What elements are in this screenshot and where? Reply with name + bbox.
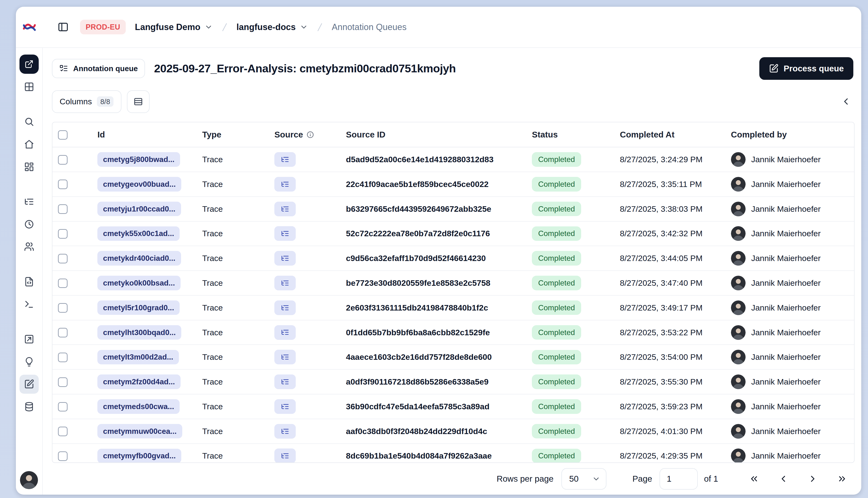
user-avatar[interactable] bbox=[20, 471, 38, 489]
source-info-icon[interactable] bbox=[306, 131, 314, 139]
table-row[interactable]: cmetym2fz00d4ad... Trace a0df3f901167218… bbox=[52, 369, 854, 394]
user-avatar-photo bbox=[731, 226, 746, 241]
file-code-icon bbox=[24, 277, 34, 287]
queue-item-id-badge[interactable]: cmetyju1r00ccad0... bbox=[98, 202, 181, 216]
source-trace-chip[interactable] bbox=[274, 350, 296, 364]
row-checkbox[interactable] bbox=[58, 451, 67, 461]
table-row[interactable]: cmetygeov00buad... Trace 22c41f09acae5b1… bbox=[52, 172, 854, 197]
sidebar-toggle-button[interactable] bbox=[57, 22, 69, 33]
queue-item-id-badge[interactable]: cmetyl5r100grad0... bbox=[98, 300, 180, 315]
row-checkbox[interactable] bbox=[58, 204, 67, 214]
process-queue-button[interactable]: Process queue bbox=[759, 57, 853, 80]
table-row[interactable]: cmetykdr400ciad0... Trace c9d56ca32efaff… bbox=[52, 246, 854, 271]
sidebar-item-annotation[interactable] bbox=[20, 375, 39, 394]
source-id: b63297665cfd4439592649672abb325e bbox=[340, 197, 526, 221]
collapse-panel-button[interactable] bbox=[838, 93, 854, 110]
source-trace-chip[interactable] bbox=[274, 424, 296, 438]
source-trace-chip[interactable] bbox=[274, 325, 296, 340]
organization-switcher[interactable]: Langfuse Demo bbox=[135, 22, 213, 32]
sidebar-item-sessions[interactable] bbox=[20, 215, 39, 234]
first-page-button[interactable] bbox=[744, 469, 764, 489]
previous-page-button[interactable] bbox=[773, 469, 793, 489]
source-trace-chip[interactable] bbox=[274, 226, 296, 241]
source-trace-chip[interactable] bbox=[274, 300, 296, 315]
row-checkbox[interactable] bbox=[58, 427, 67, 436]
table-row[interactable]: cmetymeds00cwa... Trace 36b90cdfc47e5da1… bbox=[52, 394, 854, 419]
table-row[interactable]: cmetymmuw00cea... Trace aaf0c38db0f3f204… bbox=[52, 419, 854, 444]
sidebar-item-datasets[interactable] bbox=[20, 397, 39, 416]
source-trace-chip[interactable] bbox=[274, 202, 296, 216]
environment-badge[interactable]: PROD-EU bbox=[80, 20, 126, 34]
queue-item-id-badge[interactable]: cmetylt3m00d2ad... bbox=[98, 350, 179, 364]
row-height-button[interactable] bbox=[127, 90, 150, 113]
row-checkbox[interactable] bbox=[58, 229, 67, 239]
status-badge: Completed bbox=[532, 226, 581, 241]
user-avatar-photo bbox=[731, 399, 746, 414]
table-row[interactable]: cmetyko0k00bsad... Trace be7723e30d80205… bbox=[52, 271, 854, 296]
source-trace-chip[interactable] bbox=[274, 276, 296, 290]
source-trace-chip[interactable] bbox=[274, 152, 296, 167]
queue-item-id-badge[interactable]: cmetygeov00buad... bbox=[98, 177, 181, 191]
queue-item-id-badge[interactable]: cmetymeds00cwa... bbox=[98, 399, 180, 414]
row-checkbox[interactable] bbox=[58, 254, 67, 263]
sidebar-item-tracing[interactable] bbox=[20, 192, 39, 211]
row-checkbox[interactable] bbox=[58, 180, 67, 189]
row-checkbox[interactable] bbox=[58, 402, 67, 412]
source-trace-chip[interactable] bbox=[274, 375, 296, 389]
queue-item-id-badge[interactable]: cmetykdr400ciad0... bbox=[98, 251, 181, 265]
item-type: Trace bbox=[197, 221, 269, 246]
source-id: 2e603f31361115db24198478840b1f2c bbox=[340, 296, 526, 320]
table-row[interactable]: cmetylht300bqad0... Trace 0f1dd65b7bb9bf… bbox=[52, 320, 854, 345]
sidebar-item-prompts[interactable] bbox=[20, 272, 39, 291]
item-type: Trace bbox=[197, 369, 269, 394]
queue-item-id-badge[interactable]: cmetymmuw00cea... bbox=[98, 424, 182, 438]
queue-item-id-badge[interactable]: cmetyg5j800bwad... bbox=[98, 152, 180, 167]
clipboard-pen-icon bbox=[24, 379, 34, 389]
table-row[interactable]: cmetyl5r100grad0... Trace 2e603f31361115… bbox=[52, 296, 854, 320]
source-trace-chip[interactable] bbox=[274, 177, 296, 192]
table-row[interactable]: cmetylt3m00d2ad... Trace 4aaece1603cb2e1… bbox=[52, 345, 854, 369]
sidebar-item-playground[interactable] bbox=[20, 295, 39, 314]
queue-item-id-badge[interactable]: cmetylht300bqad0... bbox=[98, 325, 181, 340]
queue-item-id-badge[interactable]: cmetyk55x00c1ad... bbox=[98, 226, 180, 241]
last-page-button[interactable] bbox=[832, 469, 852, 489]
sidebar-item-evaluation[interactable] bbox=[20, 329, 39, 349]
source-trace-chip[interactable] bbox=[274, 251, 296, 265]
list-tree-icon bbox=[281, 378, 289, 386]
source-trace-chip[interactable] bbox=[274, 448, 296, 463]
open-app-button[interactable] bbox=[20, 55, 39, 74]
next-page-button[interactable] bbox=[803, 469, 823, 489]
annotation-queue-table: Id Type Source Source ID Status Complete… bbox=[52, 122, 855, 463]
columns-button[interactable]: Columns 8/8 bbox=[52, 90, 121, 113]
row-checkbox[interactable] bbox=[58, 353, 67, 362]
source-trace-chip[interactable] bbox=[274, 399, 296, 414]
queue-item-id-badge[interactable]: cmetym2fz00d4ad... bbox=[98, 375, 181, 389]
panel-left-icon bbox=[57, 22, 69, 33]
project-switcher[interactable]: langfuse-docs bbox=[236, 22, 308, 32]
row-checkbox[interactable] bbox=[58, 278, 67, 288]
sidebar-item-home[interactable] bbox=[20, 135, 39, 154]
row-checkbox[interactable] bbox=[58, 155, 67, 165]
select-all-checkbox[interactable] bbox=[58, 130, 67, 140]
page-number-input[interactable] bbox=[660, 468, 698, 489]
sidebar-item-dashboards[interactable] bbox=[20, 157, 39, 176]
status-badge: Completed bbox=[532, 375, 581, 389]
database-icon bbox=[24, 402, 34, 412]
row-checkbox[interactable] bbox=[58, 377, 67, 387]
table-row[interactable]: cmetyk55x00c1ad... Trace 52c72c2222ea78e… bbox=[52, 221, 854, 246]
sidebar-item-insights[interactable] bbox=[20, 352, 39, 371]
breadcrumb-current[interactable]: Annotation Queues bbox=[332, 22, 406, 32]
table-row[interactable]: cmetyg5j800bwad... Trace d5ad9d52a00c6e1… bbox=[52, 147, 854, 172]
queue-item-id-badge[interactable]: cmetyko0k00bsad... bbox=[98, 276, 181, 290]
sidebar-item-users[interactable] bbox=[20, 237, 39, 257]
rows-per-page-select[interactable]: 50 bbox=[561, 468, 607, 489]
user-avatar-photo bbox=[731, 300, 746, 315]
table-row[interactable]: cmetymyfb00gvad... Trace 8dc69b1ba1e540b… bbox=[52, 444, 854, 463]
langfuse-logo[interactable] bbox=[23, 22, 36, 32]
table-row[interactable]: cmetyju1r00ccad0... Trace b63297665cfd44… bbox=[52, 197, 854, 221]
row-checkbox[interactable] bbox=[58, 328, 67, 338]
sidebar-item-search[interactable] bbox=[20, 112, 39, 131]
sidebar-item-widgets[interactable] bbox=[20, 77, 39, 96]
row-checkbox[interactable] bbox=[58, 303, 67, 313]
queue-item-id-badge[interactable]: cmetymyfb00gvad... bbox=[98, 449, 181, 463]
